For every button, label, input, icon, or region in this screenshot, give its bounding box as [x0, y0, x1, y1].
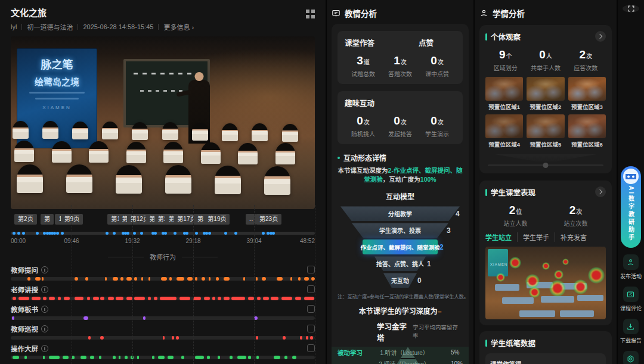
performance-tab[interactable]: 学生举手 — [517, 232, 555, 242]
stat-random-pick: 0次 随机挑人 — [345, 114, 382, 138]
learning-analysis-panel: 学情分析 个体观察 9个 区域划分 0人 共举手人数 2次 应答次数 预置位区域… — [475, 0, 617, 364]
camera-preset-thumb[interactable]: 预置位区域5 — [527, 114, 564, 148]
timeline-ticks: 00:0009:4619:3229:1839:0448:52 — [11, 238, 315, 246]
performance-tab[interactable]: 补充发言 — [555, 232, 592, 242]
camera-preset-thumb[interactable]: 预置位区域2 — [527, 77, 564, 111]
timeline-marker-dot[interactable] — [106, 232, 109, 235]
camera-preset-thumb[interactable]: 预置位区域6 — [568, 114, 606, 148]
timeline-marker-dot[interactable] — [56, 232, 59, 235]
learning-pyramid-chart: 被动学习1.听讲（Lecture）5%2.阅读（Reading）10%3.视听（… — [332, 347, 469, 364]
page-chip[interactable]: 第23页 — [256, 214, 281, 225]
track-bar[interactable] — [11, 297, 315, 300]
toolbar-item-发布活动[interactable]: 发布活动 — [620, 254, 642, 280]
student-performance-card: 学生课堂表现 2位 站立人数 2次 站立次数 学生站立学生举手补充发言 XIAM… — [479, 181, 612, 325]
video-player[interactable]: 脉之笔 绘鹭岛之境 XIAMEN — [11, 36, 315, 209]
info-icon[interactable] — [41, 345, 48, 352]
stat-like-count: 0次 课中点赞 — [419, 54, 456, 78]
toolbar-item-信息设置[interactable]: 信息设置 — [620, 351, 642, 364]
timeline-marker-dot[interactable] — [133, 232, 136, 235]
timeline-marker-dot[interactable] — [272, 232, 275, 235]
performance-tab[interactable]: 学生站立 — [485, 232, 517, 242]
accent-bar — [485, 33, 487, 41]
timeline-marker-dot[interactable] — [22, 232, 25, 235]
pyramid-title: 学习金字塔 — [377, 321, 413, 343]
lesson-meta: lyl 初一道德与法治 2025-06-28 14:58-15:45 更多信息 … — [11, 22, 315, 32]
timeline-marker-dot[interactable] — [164, 232, 167, 235]
stat-student-demo: 0次 学生演示 — [419, 114, 456, 138]
page-chip[interactable]: 第9页 — [61, 214, 83, 225]
observation-expand-chevron-icon[interactable] — [595, 31, 606, 42]
timeline-marker-dot[interactable] — [185, 232, 188, 235]
info-icon[interactable] — [41, 325, 48, 332]
track-toggle-checkbox[interactable] — [307, 285, 315, 293]
track-bar[interactable] — [11, 356, 315, 359]
more-info-link[interactable]: 更多信息 › — [163, 22, 194, 32]
performance-expand-chevron-icon[interactable] — [595, 186, 606, 197]
timeline-marker-dot[interactable] — [61, 232, 64, 235]
camera-preset-thumb[interactable]: 预置位区域4 — [485, 114, 523, 148]
timeline-marker-dot[interactable] — [262, 232, 265, 235]
camera-preset-thumb[interactable]: 预置位区域3 — [568, 77, 606, 111]
ai-assistant-label: AI数字教研助手 — [627, 186, 636, 242]
behavior-section-title: 教师行为 — [11, 252, 315, 262]
info-icon[interactable] — [41, 266, 48, 273]
timeline-marker-dot[interactable] — [140, 232, 143, 235]
track-toggle-checkbox[interactable] — [307, 325, 315, 332]
timeline-marker-dot[interactable] — [126, 232, 129, 235]
timeline-marker-dot[interactable] — [154, 232, 157, 235]
scroll-knob[interactable] — [543, 163, 549, 168]
accent-bar — [485, 189, 487, 196]
camera-preset-grid: 预置位区域1预置位区域2预置位区域3预置位区域4预置位区域5预置位区域6 — [485, 77, 606, 148]
learning-depth-intro: 本节课学生的学习深度为– — [338, 306, 463, 316]
time-tick: 48:52 — [300, 238, 315, 244]
track-bar[interactable] — [11, 316, 315, 320]
video-timeline[interactable] — [11, 232, 315, 235]
teacher-name: lyl — [11, 23, 17, 30]
page-chip[interactable]: ‥ — [246, 214, 257, 225]
timeline-marker-dot[interactable] — [17, 232, 20, 235]
funnel-row: 学生演示、投票3 — [340, 223, 460, 238]
toolbar-item-下载报告[interactable]: 下载报告 — [620, 319, 642, 344]
fullscreen-icon — [627, 5, 635, 13]
screen-text-line2: 绘鹭岛之境 — [17, 75, 97, 88]
toolbar-item-label: 发布活动 — [620, 272, 642, 280]
page-chip[interactable]: 第2页 — [14, 214, 37, 225]
pyramid-header: 学习金字塔 学习平均内容留存率 — [338, 321, 463, 343]
camera-grid-expander[interactable] — [485, 153, 606, 167]
person-activity-icon — [626, 258, 635, 267]
timeline-marker-dot[interactable] — [234, 232, 237, 235]
fullscreen-button[interactable] — [623, 5, 639, 13]
track-toggle-checkbox[interactable] — [307, 266, 315, 273]
time-tick: 09:46 — [64, 238, 79, 244]
interaction-detail-title: 互动形态详情 — [338, 153, 463, 163]
timeline-marker-dot[interactable] — [208, 232, 211, 235]
camera-preset-thumb[interactable]: 预置位区域1 — [485, 77, 523, 111]
timeline-marker-dot[interactable] — [36, 232, 39, 235]
toolbar-item-课程评论[interactable]: 课程评论 — [620, 287, 642, 312]
like-card-title: 点赞 — [419, 37, 456, 48]
funnel-row: 作业点评、截屏提问、随堂测验2 — [340, 239, 460, 254]
info-icon[interactable] — [41, 306, 48, 313]
track-bar[interactable] — [11, 336, 315, 340]
timeline-marker-dot[interactable] — [113, 232, 116, 235]
timeline-marker-dot[interactable] — [224, 232, 227, 235]
info-icon[interactable] — [41, 286, 48, 293]
layout-grid-icon[interactable] — [306, 10, 315, 18]
page-chip[interactable]: 第 — [41, 214, 54, 225]
teaching-analysis-icon — [332, 9, 340, 18]
timeline-marker-dot[interactable] — [174, 232, 177, 235]
teaching-analysis-header: 教情分析 — [332, 5, 469, 19]
behavior-tracks: 教师提问老师讲授教师板书教师巡视操作大屏PPT演示 — [11, 265, 315, 364]
track-bar[interactable] — [11, 277, 315, 281]
paper-data-card: 学生纸笔数据 课堂作答得分率 0% 课堂活跃度 100% — [479, 331, 612, 364]
timeline-marker-dot[interactable] — [195, 232, 198, 235]
track-toggle-checkbox[interactable] — [307, 305, 315, 313]
ai-assistant-button[interactable]: AI数字教研助手 — [621, 166, 641, 248]
stat-question-total: 3道 试题总数 — [345, 54, 382, 78]
answer-stats-card: 课堂作答 点赞 3道 试题总数 1次 答题次数 0次 课中点赞 — [338, 31, 463, 84]
page-chip[interactable]: 第19页 — [204, 214, 230, 225]
screen-text-line1: 脉之笔 — [17, 56, 97, 71]
class-activity-rate: 课堂活跃度 100% — [546, 359, 601, 364]
timeline-marker-dot[interactable] — [13, 232, 16, 235]
track-toggle-checkbox[interactable] — [307, 344, 315, 352]
